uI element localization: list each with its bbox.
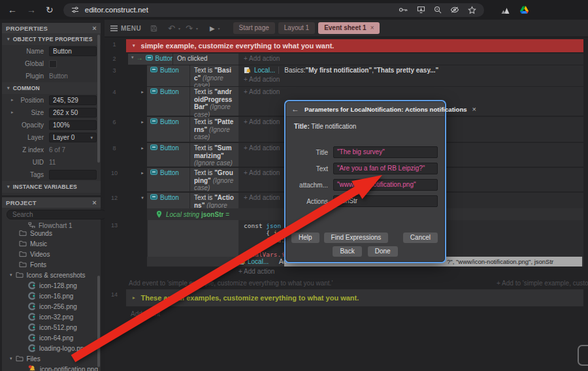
site-settings-icon[interactable] bbox=[71, 6, 79, 14]
expander-icon[interactable]: ▸ bbox=[11, 110, 14, 115]
condition-object-cell[interactable]: Button bbox=[147, 117, 189, 142]
expander-icon[interactable]: ▸ bbox=[138, 168, 147, 193]
text-input[interactable]: "Are you a fan of RB Leipzig?" bbox=[333, 163, 438, 174]
close-icon[interactable]: × bbox=[472, 105, 476, 113]
section-instance-variables[interactable]: ▾INSTANCE VARIABLES bbox=[2, 181, 101, 193]
back-arrow-icon[interactable]: ← bbox=[291, 105, 299, 114]
url-text[interactable]: editor.construct.net bbox=[85, 6, 393, 14]
tab-start-page[interactable]: Start page bbox=[233, 22, 275, 34]
add-to-group-hint[interactable]: + Add to 'simple example, customize bbox=[497, 280, 588, 287]
bookmark-star-icon[interactable] bbox=[468, 6, 476, 14]
preview-button[interactable]: ▶▾ bbox=[210, 25, 220, 32]
tab-layout-1[interactable]: Layout 1 bbox=[278, 22, 315, 34]
help-button[interactable]: Help bbox=[291, 233, 319, 243]
section-object-type-properties[interactable]: ▾OBJECT TYPE PROPERTIES bbox=[2, 33, 101, 45]
tree-folder-music[interactable]: Music bbox=[2, 238, 101, 249]
tree-folder-fonts[interactable]: Fonts bbox=[2, 259, 101, 270]
menu-button[interactable]: MENU bbox=[110, 25, 141, 32]
back-icon[interactable]: ← bbox=[8, 5, 17, 14]
tree-file-loading-logo[interactable]: loading-logo.png bbox=[2, 343, 101, 353]
prop-row-size: ▸Size 262 x 50 bbox=[2, 106, 101, 119]
section-common[interactable]: ▾COMMON bbox=[2, 82, 101, 94]
tree-item-flowchart[interactable]: Flowchart 1 bbox=[2, 222, 101, 228]
condition-object-cell[interactable]: Button bbox=[147, 87, 189, 116]
zoom-icon[interactable] bbox=[434, 6, 442, 14]
search-input[interactable] bbox=[7, 210, 106, 219]
tree-file-icon-64[interactable]: icon-64.png bbox=[2, 332, 101, 343]
field-text: Text "Are you a fan of RB Leipzig?" bbox=[286, 163, 438, 174]
expander-icon[interactable]: ▾ bbox=[138, 193, 147, 208]
expander-icon[interactable]: ▸ bbox=[138, 143, 147, 168]
find-expressions-button[interactable]: Find Expressions bbox=[324, 233, 389, 243]
scrollbar-thumb[interactable] bbox=[97, 276, 100, 367]
forward-icon[interactable]: → bbox=[27, 5, 36, 14]
eye-off-icon[interactable] bbox=[450, 6, 459, 14]
expander-icon[interactable]: ▸ bbox=[138, 87, 147, 117]
name-field[interactable]: Button bbox=[49, 46, 97, 56]
address-bar[interactable]: editor.construct.net bbox=[63, 3, 484, 17]
extension-mountain-icon[interactable] bbox=[500, 6, 510, 14]
close-tab-icon[interactable]: × bbox=[370, 22, 374, 34]
close-icon[interactable]: × bbox=[92, 24, 97, 32]
tree-file-icon-16[interactable]: icon-16.png bbox=[2, 291, 101, 301]
install-app-icon[interactable] bbox=[417, 6, 425, 14]
expander-icon[interactable]: ▸ bbox=[138, 117, 147, 143]
condition-text[interactable]: Text is "Basic" (Ignore case) bbox=[189, 65, 238, 86]
condition-object-cell[interactable]: Button bbox=[147, 193, 189, 208]
opacity-field[interactable]: 100% bbox=[49, 120, 97, 130]
tree-file-icon-128[interactable]: icon-128.png bbox=[2, 280, 101, 291]
add-event-link[interactable]: Add event bbox=[105, 308, 588, 318]
size-field[interactable]: 262 x 50 bbox=[49, 108, 97, 118]
save-icon[interactable] bbox=[150, 25, 157, 32]
tree-folder-files[interactable]: ▾ Files bbox=[2, 353, 101, 364]
layer-dropdown[interactable]: Layer 0▾ bbox=[49, 133, 97, 142]
condition-text[interactable]: Text is "Actions" (Ignore case) bbox=[189, 193, 238, 208]
redo-button[interactable]: ↷▾ bbox=[186, 24, 198, 33]
position-field[interactable]: 245, 529 bbox=[49, 95, 97, 105]
group-header-examples[interactable]: ▸ These are all examples, customize ever… bbox=[126, 289, 583, 306]
reload-icon[interactable]: ↻ bbox=[46, 5, 54, 14]
tab-event-sheet-1[interactable]: Event sheet 1× bbox=[318, 22, 380, 34]
expander-icon[interactable]: ▸ bbox=[11, 97, 14, 103]
condition-object-cell[interactable]: Button bbox=[147, 65, 189, 86]
condition-text[interactable]: Text is "Grouping" (Ignore case) bbox=[189, 168, 238, 191]
tree-file-icon-32[interactable]: icon-32.png bbox=[2, 312, 101, 322]
condition-object-cell[interactable]: Button bbox=[147, 143, 189, 167]
add-event-to-hint[interactable]: Add event to 'simple example, customize … bbox=[129, 280, 333, 287]
event-block[interactable]: ▾ → Button On clicked + Add action bbox=[128, 54, 583, 65]
global-checkbox[interactable] bbox=[49, 60, 57, 68]
condition-object-cell[interactable]: Button bbox=[147, 168, 189, 191]
add-action-link[interactable]: + Add action bbox=[147, 266, 588, 275]
action-row[interactable]: Local... Basics: "My first notification"… bbox=[238, 65, 583, 74]
close-icon[interactable]: × bbox=[92, 199, 97, 206]
add-action-link[interactable]: + Add action bbox=[238, 74, 583, 83]
done-button[interactable]: Done bbox=[368, 246, 398, 257]
tree-folder-videos[interactable]: Videos bbox=[2, 249, 101, 259]
add-action-link[interactable]: + Add action bbox=[238, 54, 583, 62]
event-block[interactable]: Button Text is "Basic" (Ignore case) Loc… bbox=[147, 65, 583, 86]
condition-text[interactable]: Text is "Summarizing" (Ignore case) bbox=[189, 143, 238, 167]
back-button[interactable]: Back bbox=[333, 246, 361, 257]
password-key-icon[interactable] bbox=[399, 6, 408, 14]
tree-folder-sounds[interactable]: Sounds bbox=[2, 228, 101, 238]
tree-file-icon-256[interactable]: icon-256.png bbox=[2, 301, 101, 312]
condition-text[interactable]: Text is "androidProgressBar" (Ignore cas… bbox=[189, 87, 238, 116]
condition-object-cell[interactable]: ▾ → Button bbox=[128, 54, 172, 65]
tree-file-icon-512[interactable]: icon-512.png bbox=[2, 322, 101, 332]
corner-button[interactable] bbox=[578, 345, 588, 366]
attachment-input[interactable]: "www/icon-notification.png" bbox=[333, 179, 438, 191]
group-header-simple-example[interactable]: ▾ simple example, customize everything t… bbox=[126, 39, 583, 52]
tags-field[interactable] bbox=[49, 170, 97, 180]
cancel-button[interactable]: Cancel bbox=[403, 233, 438, 243]
add-action-link[interactable]: + Add action bbox=[238, 87, 583, 95]
title-input[interactable]: "The big survey" bbox=[333, 146, 438, 158]
condition-text[interactable]: Text is "Patterns" (Ignore case) bbox=[189, 117, 238, 142]
undo-button[interactable]: ↶▾ bbox=[168, 24, 180, 33]
actions-input[interactable]: jsonStr bbox=[333, 195, 438, 207]
tree-folder-icons[interactable]: ▾ Icons & screenshots bbox=[2, 270, 101, 280]
google-drive-icon[interactable] bbox=[520, 6, 529, 14]
parameters-dialog: ← Parameters for LocalNotification: Acti… bbox=[286, 101, 445, 262]
tree-file-icon-notification[interactable]: icon-notification.png bbox=[2, 364, 101, 371]
scrollbar-thumb[interactable] bbox=[97, 35, 100, 163]
condition-text[interactable]: On clicked bbox=[172, 54, 238, 65]
